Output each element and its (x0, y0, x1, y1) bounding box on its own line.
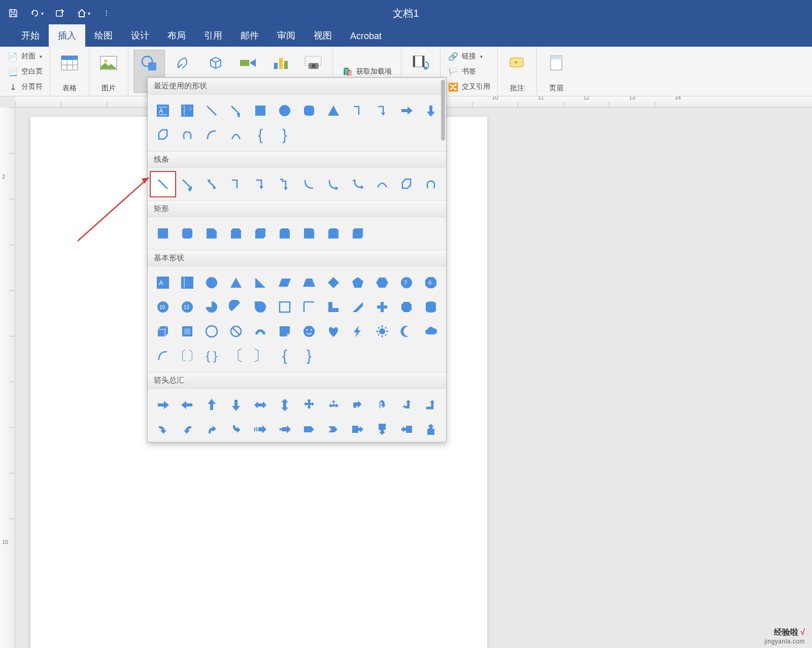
redo-icon[interactable] (53, 6, 67, 20)
shape-oval[interactable] (273, 98, 297, 123)
shape-textbox[interactable]: A (151, 98, 175, 123)
shape-parallelogram[interactable] (273, 270, 297, 295)
arrow-up-callout[interactable] (419, 417, 443, 441)
tab-home[interactable]: 开始 (12, 24, 49, 47)
shape-hexagon[interactable] (370, 270, 394, 295)
shape-snip-diag[interactable] (248, 221, 273, 246)
shape-round-single[interactable] (297, 221, 321, 246)
shape-left-brace[interactable]: { (248, 123, 273, 147)
shape-block-arc[interactable] (248, 319, 273, 344)
shape-dodecagon[interactable]: 12 (175, 295, 199, 319)
arrow-chevron[interactable] (321, 417, 346, 441)
shape-pie[interactable] (199, 295, 224, 319)
shape-l-shape[interactable] (321, 295, 346, 319)
shape-sun[interactable] (370, 319, 394, 344)
shape-curve[interactable] (224, 123, 248, 147)
shape-triangle2[interactable] (224, 270, 248, 295)
shape-elbow-double[interactable] (273, 172, 297, 196)
tab-insert[interactable]: 插入 (49, 24, 85, 47)
shape-freeform[interactable] (151, 123, 175, 147)
shape-frame[interactable] (273, 295, 297, 319)
shape-no-symbol[interactable] (224, 319, 248, 344)
shape-round-diag[interactable] (346, 221, 370, 246)
undo-icon[interactable]: ▾ (29, 6, 44, 20)
scrollbar-thumb[interactable] (441, 80, 445, 141)
tab-acrobat[interactable]: Acrobat (341, 26, 391, 47)
shape-smiley[interactable] (297, 319, 321, 344)
tab-draw[interactable]: 绘图 (85, 24, 122, 47)
shape-donut[interactable] (199, 319, 224, 344)
arrow-down-callout[interactable] (370, 417, 394, 441)
shape-curved-double[interactable] (346, 172, 370, 196)
shape-snip-round[interactable] (273, 221, 297, 246)
arrow-updown[interactable] (273, 393, 297, 417)
shape-curved-arrow[interactable] (321, 172, 346, 196)
shape-double-brace[interactable]: { } (199, 344, 224, 368)
save-icon[interactable] (6, 6, 20, 20)
tab-design[interactable]: 设计 (122, 24, 158, 47)
shape-left-brace2[interactable]: { (273, 344, 297, 368)
shape-double-bracket[interactable]: 〔〕 (175, 344, 199, 368)
table-button[interactable]: 表格 (55, 50, 84, 93)
shape-arrow-line[interactable] (224, 98, 248, 123)
shape-half-frame[interactable] (297, 295, 321, 319)
shape-rect[interactable] (151, 221, 175, 246)
blank-page-button[interactable]: 📃空白页 (5, 65, 45, 78)
shape-trapezoid[interactable] (297, 270, 321, 295)
shape-heptagon[interactable]: 7 (394, 270, 419, 295)
arrow-leftright[interactable] (248, 393, 273, 417)
shape-rounded-rect[interactable] (297, 98, 321, 123)
shape-plus[interactable] (370, 295, 394, 319)
arrow-circular[interactable] (199, 441, 224, 442)
arrow-leftright-callout[interactable] (151, 441, 175, 442)
arrow-bentup[interactable] (419, 393, 443, 417)
shape-right-brace[interactable]: } (273, 123, 297, 147)
tab-layout[interactable]: 布局 (158, 24, 195, 47)
shape-textbox-vertical[interactable] (175, 98, 199, 123)
header-button[interactable]: 页眉 (542, 50, 570, 93)
shape-elbow-arrow[interactable] (370, 98, 394, 123)
shape-lightning[interactable] (346, 319, 370, 344)
home-icon[interactable]: ▾ (76, 6, 90, 20)
arrow-curved-down[interactable] (224, 417, 248, 441)
arrow-pentagon[interactable] (297, 417, 321, 441)
shape-textbox-v2[interactable] (175, 270, 199, 295)
shape-line-straight[interactable] (151, 172, 175, 196)
shape-elbow-connector[interactable] (346, 98, 370, 123)
arrow-right-callout[interactable] (346, 417, 370, 441)
crossref-button[interactable]: 🔀交叉引用 (446, 80, 492, 93)
page-break-button[interactable]: ⤓分页符 (5, 80, 45, 93)
shape-left-bracket[interactable]: 〔 (224, 344, 248, 368)
arrow-curved-left[interactable] (175, 417, 199, 441)
shape-line[interactable] (199, 98, 224, 123)
shape-arc[interactable] (199, 123, 224, 147)
shape-snip-single[interactable] (199, 221, 224, 246)
arrow-left-callout[interactable] (394, 417, 419, 441)
shape-right-bracket[interactable]: 〕 (248, 344, 273, 368)
arrow-uturn[interactable] (370, 393, 394, 417)
comment-button[interactable]: + 批注 (503, 50, 531, 93)
shape-arc2[interactable] (151, 344, 175, 368)
customize-qat-icon[interactable]: ⋮ (99, 6, 114, 20)
shape-round-rect[interactable] (175, 221, 199, 246)
shape-elbow-arrow2[interactable] (248, 172, 273, 196)
shape-triangle[interactable] (321, 98, 346, 123)
arrow-bent[interactable] (346, 393, 370, 417)
arrow-striped-right[interactable] (248, 417, 273, 441)
vertical-ruler[interactable] (0, 108, 15, 648)
arrow-down[interactable] (224, 393, 248, 417)
arrow-right[interactable] (151, 393, 175, 417)
tab-review[interactable]: 审阅 (268, 24, 304, 47)
shape-scribble[interactable] (175, 123, 199, 147)
shape-line-double-arrow[interactable] (199, 172, 224, 196)
link-button[interactable]: 🔗链接▾ (446, 50, 492, 63)
shape-heart[interactable] (321, 319, 346, 344)
shape-cloud[interactable] (419, 319, 443, 344)
arrow-left[interactable] (175, 393, 199, 417)
arrow-up[interactable] (199, 393, 224, 417)
arrow-notched-right[interactable] (273, 417, 297, 441)
shape-octagon[interactable]: 8 (419, 270, 443, 295)
shape-moon[interactable] (394, 319, 419, 344)
shape-teardrop[interactable] (248, 295, 273, 319)
shape-oval2[interactable] (199, 270, 224, 295)
